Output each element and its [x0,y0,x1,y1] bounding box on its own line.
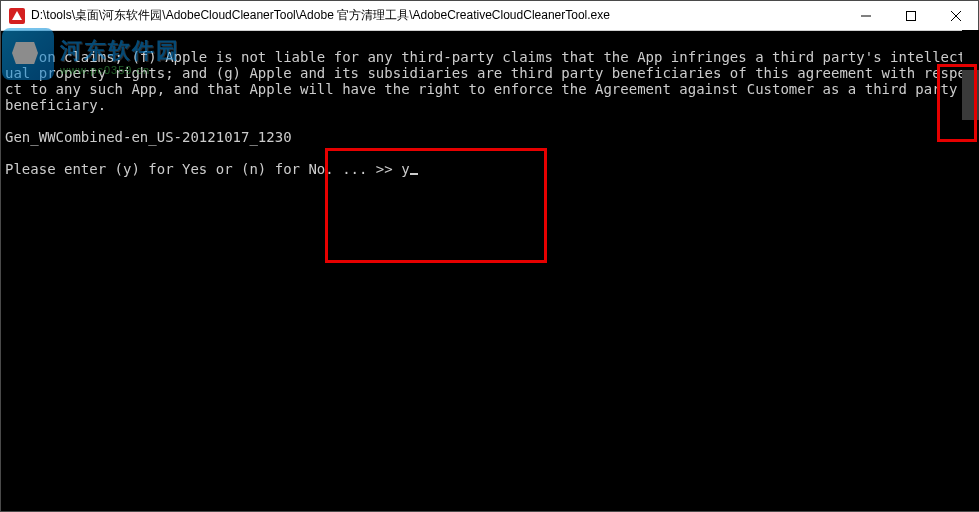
app-icon [9,8,25,24]
console-text-eula: on claims; (f) Apple is not liable for a… [5,49,966,113]
console-version: Gen_WWCombined-en_US-20121017_1230 [5,129,292,145]
app-window: D:\tools\桌面\河东软件园\AdobeCloudCleanerTool\… [0,0,979,512]
vertical-scrollbar[interactable] [962,30,979,511]
maximize-button[interactable] [888,1,933,30]
minimize-button[interactable] [843,1,888,30]
console-area[interactable]: on claims; (f) Apple is not liable for a… [1,31,978,511]
console-prompt: Please enter (y) for Yes or (n) for No. … [5,161,418,177]
svg-rect-1 [906,11,915,20]
titlebar[interactable]: D:\tools\桌面\河东软件园\AdobeCloudCleanerTool\… [1,1,978,31]
prompt-text: Please enter (y) for Yes or (n) for No. … [5,161,401,177]
scrollbar-thumb[interactable] [962,70,979,120]
user-input: y [401,161,409,177]
window-title: D:\tools\桌面\河东软件园\AdobeCloudCleanerTool\… [31,7,843,24]
cursor-icon [410,173,418,175]
window-controls [843,1,978,30]
close-button[interactable] [933,1,978,30]
